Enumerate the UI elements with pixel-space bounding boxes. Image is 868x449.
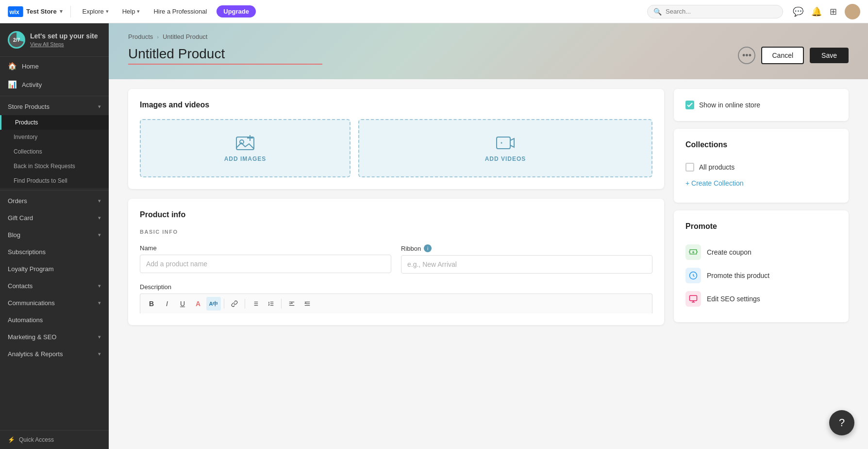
collections-card: Collections All products + Create Collec… [674,129,849,203]
add-videos-button[interactable]: ADD VIDEOS [358,119,652,177]
sidebar-item-inventory[interactable]: Inventory [0,130,109,144]
breadcrumb-products-link[interactable]: Products [128,33,153,40]
sidebar-item-home[interactable]: 🏠 Home [0,57,109,75]
basic-info-label: BASIC INFO [140,229,652,235]
description-label: Description [140,283,652,291]
quick-access-bar[interactable]: ⚡ Quick Access [0,430,109,449]
sidebar-item-products[interactable]: Products [0,115,109,130]
cancel-button[interactable]: Cancel [761,47,804,64]
sidebar-item-gift-card[interactable]: Gift Card ▾ [0,209,109,226]
help-nav-link[interactable]: Help ▾ [118,6,144,17]
sidebar-item-contacts[interactable]: Contacts ▾ [0,277,109,294]
promote-product-item[interactable]: Promote this product [685,264,837,287]
main-content: Products › Untitled Product ••• Cancel S… [109,23,868,449]
sidebar-item-orders[interactable]: Orders ▾ [0,192,109,209]
indent-button[interactable] [284,297,299,311]
page-title-input[interactable] [128,46,322,65]
svg-point-7 [501,142,502,144]
sidebar-item-marketing[interactable]: Marketing & SEO ▾ [0,328,109,345]
blog-chevron: ▾ [98,232,101,238]
name-ribbon-row: Name Ribbon i [140,244,652,274]
toolbar-divider-1 [224,299,224,309]
store-products-header[interactable]: Store Products ▾ [0,98,109,115]
checkmark-icon [687,103,693,107]
show-in-store-checkbox[interactable] [685,101,694,109]
wix-logo-area[interactable]: wix Test Store ▾ [8,6,63,17]
search-input[interactable] [666,8,777,15]
lang-button[interactable]: A中 [206,297,221,311]
product-name-input[interactable] [140,255,391,273]
view-all-steps-link[interactable]: View All Steps [30,41,64,47]
ribbon-form-group: Ribbon i [401,244,652,274]
sidebar-item-find-products[interactable]: Find Products to Sell [0,173,109,188]
seo-icon [685,291,701,307]
italic-button[interactable]: I [160,297,174,311]
ribbon-info-icon[interactable]: i [424,244,432,252]
collections-title: Collections [685,140,837,149]
progress-circle: 2/7 [8,31,25,49]
top-navigation: wix Test Store ▾ Explore ▾ Help ▾ Hire a… [0,0,868,23]
all-products-checkbox[interactable] [685,163,694,172]
sidebar: 2/7 Let's set up your site View All Step… [0,23,109,449]
home-icon: 🏠 [8,62,17,70]
help-fab-button[interactable]: ? [829,410,854,435]
images-card-title: Images and videos [140,101,652,109]
sidebar-item-activity[interactable]: 📊 Activity [0,75,109,94]
main-column: Images and videos ADD IMAGES [128,89,664,325]
edit-seo-label: Edit SEO settings [707,295,760,303]
product-info-title: Product info [140,210,652,219]
activity-icon: 📊 [8,80,17,89]
outdent-button[interactable] [300,297,315,311]
name-label: Name [140,244,391,252]
breadcrumb-current: Untitled Product [163,33,208,40]
sidebar-item-communications[interactable]: Communications ▾ [0,294,109,311]
list-ordered-button[interactable] [264,297,278,311]
page-title-row: ••• Cancel Save [128,46,849,65]
nav-divider-1 [70,6,71,17]
progress-title: Let's set up your site [30,32,98,40]
link-button[interactable] [227,297,242,311]
svg-rect-26 [690,295,697,301]
more-options-button[interactable]: ••• [738,47,755,64]
svg-rect-6 [497,137,510,149]
list-unordered-button[interactable] [248,297,263,311]
underline-button[interactable]: U [175,297,190,311]
svg-text:wix: wix [9,9,19,16]
save-button[interactable]: Save [810,48,849,63]
notifications-icon[interactable]: 🔔 [811,6,822,17]
help-chevron-icon: ▾ [137,8,140,15]
sidebar-item-loyalty[interactable]: Loyalty Program [0,260,109,277]
breadcrumb-arrow-icon: › [157,34,159,40]
all-products-collection: All products [685,159,837,175]
progress-text-area: Let's set up your site View All Steps [30,32,101,48]
images-videos-card: Images and videos ADD IMAGES [128,89,664,189]
user-avatar[interactable] [845,4,860,19]
top-nav-icons-group: 💬 🔔 ⊞ [793,4,860,19]
bold-button[interactable]: B [144,297,159,311]
upgrade-button[interactable]: Upgrade [217,5,256,17]
create-collection-link[interactable]: + Create Collection [685,179,743,187]
create-coupon-item[interactable]: Create coupon [685,241,837,264]
wix-logo-icon: wix [8,6,23,17]
add-images-button[interactable]: ADD IMAGES [140,119,351,177]
apps-icon[interactable]: ⊞ [830,6,837,17]
text-color-button[interactable]: A [191,297,205,311]
search-icon: 🔍 [653,8,662,16]
analytics-chevron: ▾ [98,351,101,357]
explore-nav-link[interactable]: Explore ▾ [79,6,113,17]
sidebar-item-collections[interactable]: Collections [0,144,109,159]
content-area: Images and videos ADD IMAGES [109,79,868,345]
sidebar-item-back-in-stock[interactable]: Back in Stock Requests [0,159,109,173]
explore-chevron-icon: ▾ [106,8,109,15]
search-bar[interactable]: 🔍 [647,5,783,18]
sidebar-item-subscriptions[interactable]: Subscriptions [0,243,109,260]
hire-nav-link[interactable]: Hire a Professional [150,6,211,17]
create-collection-row: + Create Collection [685,175,837,191]
sidebar-item-blog[interactable]: Blog ▾ [0,226,109,243]
sidebar-item-analytics[interactable]: Analytics & Reports ▾ [0,345,109,363]
promote-product-label: Promote this product [707,272,769,279]
sidebar-item-automations[interactable]: Automations [0,311,109,328]
edit-seo-item[interactable]: Edit SEO settings [685,287,837,311]
messages-icon[interactable]: 💬 [793,6,803,17]
ribbon-input[interactable] [401,255,652,274]
